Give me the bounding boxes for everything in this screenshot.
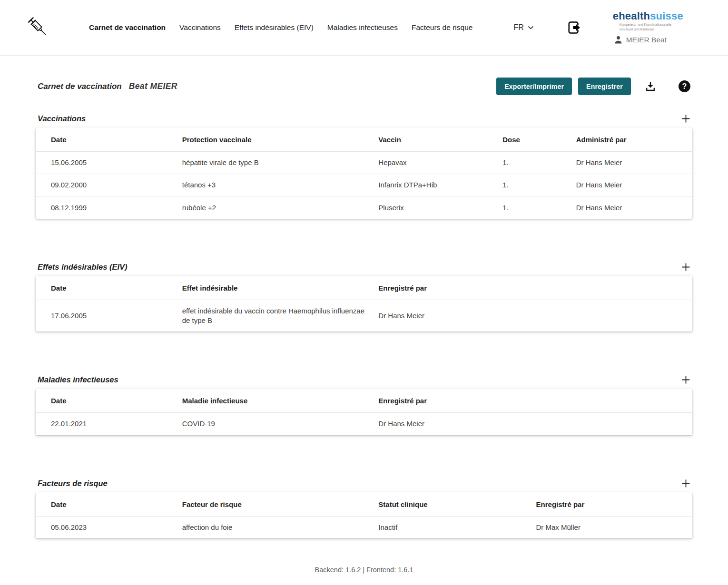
cell-date: 22.01.2021	[36, 413, 182, 435]
table-row[interactable]: 17.06.2005 effet indésirable du vaccin c…	[36, 300, 692, 332]
col-maladie-infectieuse: Maladie infectieuse	[182, 389, 379, 413]
download-icon	[644, 87, 657, 94]
nav-facteurs-de-risque[interactable]: Facteurs de risque	[412, 23, 472, 32]
add-facteur-button[interactable]	[679, 479, 692, 488]
table-row[interactable]: 22.01.2021 COVID-19 Dr Hans Meier	[36, 413, 692, 435]
language-selector[interactable]: FR	[513, 23, 533, 32]
language-value: FR	[513, 23, 523, 32]
main-nav: Carnet de vaccination Vaccinations Effet…	[89, 23, 472, 32]
table-row[interactable]: 15.06.2005 hépatite virale de type B Hep…	[36, 152, 692, 174]
col-statut-clinique: Statut clinique	[378, 492, 536, 517]
cell-enregistre-par: Dr Max Müller	[536, 516, 692, 538]
brand-subline: Kompetenz- und Koordinationsstelle von B…	[613, 22, 683, 31]
col-protection-vaccinale: Protection vaccinale	[182, 127, 379, 152]
table-row[interactable]: 05.06.2023 affection du foie Inactif Dr …	[36, 516, 692, 538]
col-date: Date	[36, 127, 182, 152]
cell-administre-par: Dr Hans Meier	[576, 152, 692, 174]
col-enregistre-par: Enregistré par	[536, 492, 692, 517]
cell-administre-par: Dr Hans Meier	[576, 196, 692, 219]
cell-statut: Inactif	[378, 516, 536, 538]
cell-administre-par: Dr Hans Meier	[576, 174, 692, 196]
cell-date: 09.02.2000	[36, 174, 182, 196]
cell-dose: 1.	[502, 174, 576, 196]
facteurs-table: Date Facteur de risque Statut clinique E…	[36, 492, 692, 538]
vaccinations-table: Date Protection vaccinale Vaccin Dose Ad…	[36, 127, 692, 219]
cell-date: 15.06.2005	[36, 152, 182, 174]
section-head: Facteurs de risque	[36, 479, 692, 488]
col-enregistre-par: Enregistré par	[378, 389, 692, 413]
syringe-icon	[26, 12, 51, 43]
add-effet-indesirable-button[interactable]	[679, 263, 692, 272]
effets-table: Date Effet indésirable Enregistré par 17…	[36, 276, 692, 332]
brand-logo-part1: ehealth	[613, 10, 650, 22]
col-date: Date	[36, 389, 182, 413]
section-title: Vaccinations	[38, 114, 86, 123]
table-header-row: Date Effet indésirable Enregistré par	[36, 276, 692, 300]
chevron-down-icon	[528, 26, 534, 29]
logout-button[interactable]	[567, 20, 581, 35]
plus-icon	[681, 379, 690, 386]
cell-enregistre-par: Dr Hans Meier	[378, 300, 692, 332]
section-effets-indesirables: Effets indésirables (EIV) Date Effet ind…	[36, 263, 692, 332]
add-vaccination-button[interactable]	[679, 114, 692, 123]
section-title: Effets indésirables (EIV)	[38, 263, 128, 272]
maladies-table-card: Date Maladie infectieuse Enregistré par …	[36, 389, 692, 435]
help-icon: ?	[679, 80, 690, 92]
cell-vaccin: Hepavax	[378, 152, 502, 174]
main-content: Carnet de vaccination Beat MEIER Exporte…	[0, 78, 728, 585]
title-left: Carnet de vaccination Beat MEIER	[36, 81, 177, 91]
cell-dose: 1.	[502, 196, 576, 219]
page-title: Carnet de vaccination	[38, 82, 122, 91]
app-header: Carnet de vaccination Vaccinations Effet…	[0, 0, 728, 56]
cell-facteur: affection du foie	[182, 516, 379, 538]
cell-maladie: COVID-19	[182, 413, 379, 435]
col-vaccin: Vaccin	[378, 127, 502, 152]
person-icon	[614, 35, 623, 44]
add-maladie-button[interactable]	[679, 375, 692, 384]
brand-block: ehealthsuisse Kompetenz- und Koordinatio…	[613, 11, 683, 44]
nav-effets-indesirables[interactable]: Effets indésirables (EIV)	[235, 23, 314, 32]
cell-protection: hépatite virale de type B	[182, 152, 379, 174]
section-facteurs-de-risque: Facteurs de risque Date Facteur de risqu…	[36, 479, 692, 538]
brand-subline-2: von Bund und Kantonen	[620, 27, 683, 32]
section-head: Maladies infectieuses	[36, 375, 692, 384]
export-print-button[interactable]: Exporter/Imprimer	[496, 78, 572, 95]
vaccinations-table-card: Date Protection vaccinale Vaccin Dose Ad…	[36, 127, 692, 219]
nav-carnet-de-vaccination[interactable]: Carnet de vaccination	[89, 23, 166, 32]
brand-logo: ehealthsuisse	[613, 11, 683, 21]
plus-icon	[681, 266, 690, 273]
version-footer: Backend: 1.6.2 | Frontend: 1.6.1	[36, 566, 692, 585]
save-button[interactable]: Enregistrer	[578, 78, 631, 95]
title-row: Carnet de vaccination Beat MEIER Exporte…	[36, 78, 692, 95]
user-name: MEIER Beat	[626, 36, 667, 44]
col-enregistre-par: Enregistré par	[378, 276, 692, 300]
plus-icon	[681, 482, 690, 489]
col-administre-par: Administré par	[576, 127, 692, 152]
cell-enregistre-par: Dr Hans Meier	[378, 413, 692, 435]
cell-protection: tétanos +3	[182, 174, 379, 196]
cell-vaccin: Pluserix	[378, 196, 502, 219]
effets-table-card: Date Effet indésirable Enregistré par 17…	[36, 276, 692, 332]
cell-dose: 1.	[502, 152, 576, 174]
section-maladies-infectieuses: Maladies infectieuses Date Maladie infec…	[36, 375, 692, 435]
table-header-row: Date Facteur de risque Statut clinique E…	[36, 492, 692, 517]
facteurs-table-card: Date Facteur de risque Statut clinique E…	[36, 492, 692, 538]
col-facteur-de-risque: Facteur de risque	[182, 492, 379, 517]
help-button[interactable]: ?	[679, 80, 690, 92]
cell-date: 17.06.2005	[36, 300, 182, 332]
section-vaccinations: Vaccinations Date Protection vaccinale V…	[36, 114, 692, 219]
nav-vaccinations[interactable]: Vaccinations	[179, 23, 221, 32]
patient-name: Beat MEIER	[129, 81, 177, 91]
cell-date: 05.06.2023	[36, 516, 182, 538]
col-effet-indesirable: Effet indésirable	[182, 276, 379, 300]
nav-maladies-infectieuses[interactable]: Maladies infectieuses	[327, 23, 398, 32]
brand-logo-part2: suisse	[650, 10, 683, 22]
cell-vaccin: Infanrix DTPa+Hib	[378, 174, 502, 196]
table-row[interactable]: 08.12.1999 rubéole +2 Pluserix 1. Dr Han…	[36, 196, 692, 219]
col-date: Date	[36, 492, 182, 517]
maladies-table: Date Maladie infectieuse Enregistré par …	[36, 389, 692, 435]
download-button[interactable]	[644, 80, 657, 93]
table-header-row: Date Protection vaccinale Vaccin Dose Ad…	[36, 127, 692, 152]
table-row[interactable]: 09.02.2000 tétanos +3 Infanrix DTPa+Hib …	[36, 174, 692, 196]
section-head: Vaccinations	[36, 114, 692, 123]
